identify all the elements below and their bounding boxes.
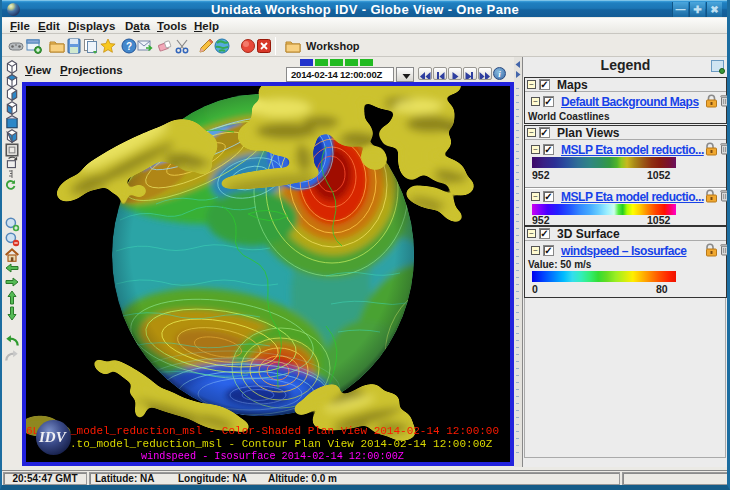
svg-text:?: ?: [126, 41, 132, 52]
